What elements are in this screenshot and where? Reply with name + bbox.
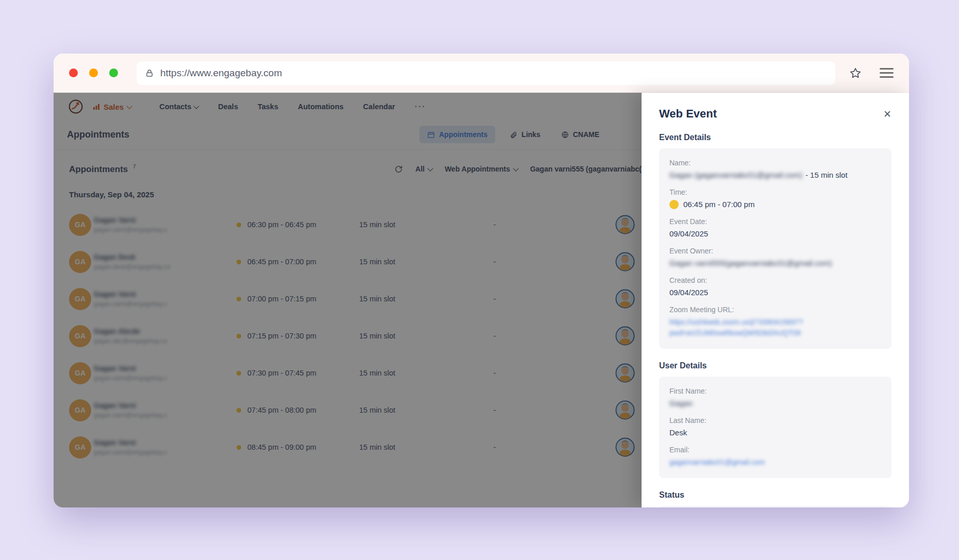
field-name: Name: Gagan (gaganvarniabc01@gmail.com)-… (669, 159, 881, 180)
status-card-cutoff (659, 506, 891, 507)
field-last-name: Last Name: Desk (669, 416, 881, 438)
last-name-value: Desk (669, 428, 881, 438)
user-details-card: First Name: Gagan Last Name: Desk Email:… (659, 377, 891, 478)
lock-icon (145, 69, 154, 78)
panel-title: Web Event (659, 107, 717, 121)
status-heading: Status (659, 490, 891, 500)
user-details-heading: User Details (659, 361, 891, 370)
url-bar[interactable]: https://www.engagebay.com (137, 61, 835, 85)
bookmark-star-icon[interactable] (849, 66, 862, 80)
browser-chrome: https://www.engagebay.com (54, 54, 909, 93)
field-event-owner: Event Owner: Gagan varni555(gaganvarniab… (669, 247, 881, 268)
slot-color-dot (669, 200, 679, 209)
event-owner-blurred: Gagan varni555(gaganvarniabc01@gmail.com… (669, 258, 881, 268)
email-blurred: gaganvarniabc01@gmail.com (669, 457, 765, 468)
field-label: First Name: (669, 387, 881, 395)
event-name-blurred: Gagan (gaganvarniabc01@gmail.com) (669, 171, 802, 179)
field-label: Last Name: (669, 416, 881, 425)
created-on-value: 09/04/2025 (669, 287, 881, 298)
event-details-card: Name: Gagan (gaganvarniabc01@gmail.com)-… (659, 148, 891, 349)
url-text: https://www.engagebay.com (160, 67, 282, 79)
zoom-url-link-blurred[interactable]: pwd=aVZUM0owRkxwQW5DbGhUQT09 (669, 328, 801, 338)
event-name-suffix: - 15 min slot (805, 171, 848, 179)
field-label: Time: (669, 188, 881, 196)
browser-window: https://www.engagebay.com Sales (54, 54, 909, 507)
main-content: Sales Contacts Deals Tasks Automa (54, 93, 642, 507)
field-time: Time: 06:45 pm - 07:00 pm (669, 188, 881, 210)
window-controls (69, 69, 118, 77)
event-date-value: 09/04/2025 (669, 229, 881, 239)
panel-header: Web Event ✕ (659, 107, 891, 121)
event-time-value: 06:45 pm - 07:00 pm (683, 199, 754, 210)
browser-menu-icon[interactable] (880, 68, 894, 78)
modal-overlay (54, 93, 642, 507)
app-area: Sales Contacts Deals Tasks Automa (54, 93, 909, 507)
traffic-light-close-button[interactable] (69, 69, 78, 77)
zoom-url-link-blurred[interactable]: https://us04web.zoom.us/j/73390415697? (669, 317, 803, 328)
web-event-panel: Web Event ✕ Event Details Name: Gagan (g… (642, 93, 909, 507)
field-label: Email: (669, 446, 881, 454)
first-name-blurred: Gagan (669, 398, 881, 409)
field-event-date: Event Date: 09/04/2025 (669, 217, 881, 239)
field-created-on: Created on: 09/04/2025 (669, 276, 881, 298)
field-zoom-url: Zoom Meeting URL: https://us04web.zoom.u… (669, 306, 881, 338)
field-email: Email: gaganvarniabc01@gmail.com (669, 446, 881, 468)
event-details-heading: Event Details (659, 133, 891, 142)
traffic-light-minimize-button[interactable] (89, 69, 98, 77)
field-label: Created on: (669, 276, 881, 284)
field-label: Event Owner: (669, 247, 881, 255)
field-label: Zoom Meeting URL: (669, 306, 881, 314)
close-icon[interactable]: ✕ (883, 109, 891, 119)
field-label: Event Date: (669, 217, 881, 226)
field-first-name: First Name: Gagan (669, 387, 881, 409)
traffic-light-maximize-button[interactable] (109, 69, 118, 77)
field-label: Name: (669, 159, 881, 167)
